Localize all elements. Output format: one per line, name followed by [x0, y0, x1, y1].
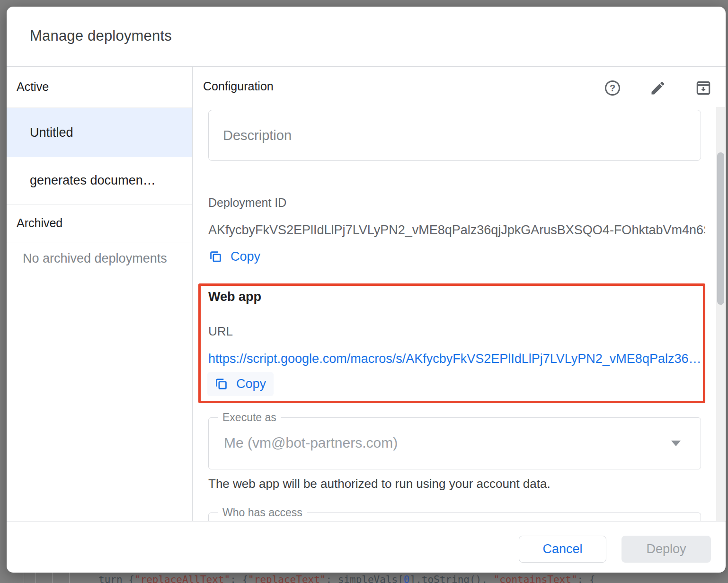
webapp-url-link[interactable]: https://script.google.com/macros/s/AKfyc… — [208, 352, 701, 366]
deployment-item-label: generates documen… — [7, 173, 156, 188]
who-has-access-legend: Who has access — [218, 506, 307, 519]
deployment-id-label: Deployment ID — [208, 196, 286, 210]
deployment-item-label: Untitled — [7, 125, 73, 140]
cancel-button-label: Cancel — [542, 542, 582, 556]
copy-webapp-url-button[interactable]: Copy — [207, 372, 274, 396]
execute-as-legend: Execute as — [218, 411, 281, 424]
configuration-header: Configuration — [203, 80, 274, 93]
sidebar-active-header: Active — [17, 80, 49, 94]
archived-empty-text: No archived deployments — [23, 251, 167, 266]
description-field-wrapper — [208, 110, 701, 161]
dialog-title: Manage deployments — [30, 27, 172, 44]
url-label: URL — [208, 324, 233, 339]
execute-as-value: Me (vm@bot-partners.com) — [224, 435, 398, 451]
edit-button[interactable] — [648, 78, 668, 98]
chevron-down-icon — [671, 441, 681, 446]
sidebar-main-divider — [192, 66, 193, 521]
deployment-id-value: AKfycbyFkVS2EPlIdLlPj7LVLyPN2_vME8qPalz3… — [208, 223, 705, 238]
copy-button-label: Copy — [231, 249, 260, 264]
copy-button-label: Copy — [236, 377, 266, 391]
dialog-header: Manage deployments — [7, 7, 726, 66]
archive-button[interactable] — [693, 78, 714, 98]
webapp-section-title: Web app — [208, 290, 261, 304]
copy-deployment-id-button[interactable]: Copy — [207, 245, 268, 269]
description-input[interactable] — [223, 128, 690, 143]
help-button[interactable]: ? — [602, 78, 623, 98]
svg-text:?: ? — [610, 83, 615, 93]
sidebar-divider — [7, 242, 192, 242]
footer-divider — [7, 521, 726, 521]
deploy-button[interactable]: Deploy — [621, 536, 711, 563]
help-icon: ? — [604, 79, 621, 97]
pencil-icon — [649, 80, 666, 97]
webapp-highlight-box — [198, 283, 705, 403]
sidebar-item-generates-document[interactable]: generates documen… — [7, 157, 192, 204]
background-code-line: turn {"replaceAllText": {"replaceText": … — [0, 574, 728, 583]
sidebar-item-untitled[interactable]: Untitled — [7, 108, 192, 157]
dialog-scrollbar-thumb[interactable] — [717, 152, 724, 305]
deploy-button-label: Deploy — [646, 542, 686, 556]
dialog-scrollbar-track[interactable] — [716, 107, 725, 521]
sidebar-divider — [7, 204, 192, 204]
manage-deployments-dialog: Manage deployments Active Untitled gener… — [7, 7, 726, 573]
cancel-button[interactable]: Cancel — [519, 536, 606, 563]
sidebar-divider — [7, 107, 192, 107]
header-divider — [7, 66, 726, 67]
webapp-auth-helper-text: The web app will be authorized to run us… — [208, 477, 550, 491]
copy-icon — [214, 377, 229, 391]
copy-icon — [208, 249, 223, 264]
execute-as-select[interactable]: Execute as Me (vm@bot-partners.com) — [208, 417, 701, 469]
sidebar-archived-header: Archived — [17, 216, 62, 230]
who-has-access-select[interactable]: Who has access — [208, 512, 701, 521]
archive-icon — [694, 79, 712, 97]
